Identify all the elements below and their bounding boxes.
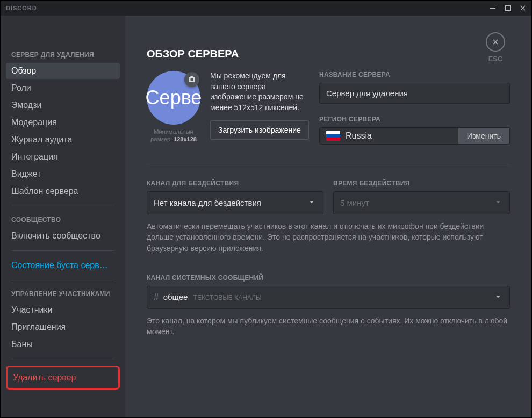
- flag-russia-icon: [326, 131, 340, 141]
- sidebar-item-template[interactable]: Шаблон сервера: [6, 183, 120, 199]
- server-name-label: НАЗВАНИЕ СЕРВЕРА: [319, 71, 510, 78]
- svg-rect-0: [490, 8, 495, 9]
- chevron-down-icon: [493, 292, 503, 303]
- sidebar-separator: [11, 280, 114, 280]
- server-region-label: РЕГИОН СЕРВЕРА: [319, 116, 510, 123]
- sidebar-section-server: СЕРВЕР ДЛЯ УДАЛЕНИЯ: [6, 48, 120, 62]
- highlight-annotation: Удалить сервер: [6, 366, 120, 390]
- app-name: DISCORD: [6, 5, 37, 11]
- sidebar-item-roles[interactable]: Роли: [6, 80, 120, 96]
- server-icon-text: Серве: [146, 87, 202, 109]
- icon-recommend-text: Мы рекомендуем для вашего сервера изобра…: [210, 71, 310, 113]
- hash-icon: #: [154, 292, 159, 302]
- sidebar-item-delete-server[interactable]: Удалить сервер: [8, 370, 118, 386]
- window-close-button[interactable]: [515, 2, 530, 14]
- system-channel-help-text: Это канал, на котором мы публикуем систе…: [147, 315, 510, 337]
- server-icon-uploader[interactable]: Серве: [147, 71, 200, 125]
- close-settings-button[interactable]: ESC: [486, 32, 505, 63]
- afk-timeout-select[interactable]: 5 минут: [333, 191, 510, 214]
- content-area: ОБЗОР СЕРВЕРА Серве Минимальный размер: …: [125, 16, 531, 417]
- sidebar-item-widget[interactable]: Виджет: [6, 166, 120, 182]
- window-maximize-button[interactable]: [500, 2, 515, 14]
- server-name-input[interactable]: [319, 83, 510, 104]
- titlebar: DISCORD: [1, 1, 531, 16]
- afk-channel-select[interactable]: Нет канала для бездействия: [147, 191, 323, 214]
- sidebar-item-boost-status[interactable]: Состояние буста серв…: [6, 257, 120, 273]
- system-channel-label: КАНАЛ СИСТЕМНЫХ СООБЩЕНИЙ: [147, 274, 510, 282]
- afk-channel-label: КАНАЛ ДЛЯ БЕЗДЕЙСТВИЯ: [147, 179, 323, 187]
- sidebar-item-audit-log[interactable]: Журнал аудита: [6, 132, 120, 148]
- sidebar-item-bans[interactable]: Баны: [6, 336, 120, 352]
- close-icon: [486, 32, 505, 52]
- page-title: ОБЗОР СЕРВЕРА: [147, 48, 510, 60]
- sidebar-item-integrations[interactable]: Интеграция: [6, 149, 120, 165]
- sidebar-item-enable-community[interactable]: Включить сообщество: [6, 228, 120, 244]
- chevron-down-icon: [493, 197, 503, 208]
- sidebar-item-overview[interactable]: Обзор: [6, 63, 120, 79]
- sidebar-separator: [11, 250, 114, 251]
- min-size-hint: Минимальный размер: 128x128: [147, 128, 200, 143]
- afk-help-text: Автоматически перемещать участников в эт…: [147, 221, 510, 254]
- sidebar-separator: [11, 359, 114, 359]
- change-region-button[interactable]: Изменить: [458, 128, 509, 144]
- sidebar-separator: [11, 206, 114, 206]
- upload-image-button[interactable]: Загрузить изображение: [210, 120, 309, 140]
- settings-sidebar: СЕРВЕР ДЛЯ УДАЛЕНИЯ Обзор Роли Эмодзи Мо…: [1, 16, 125, 417]
- sidebar-item-emoji[interactable]: Эмодзи: [6, 97, 120, 113]
- svg-rect-1: [506, 6, 511, 11]
- sidebar-section-user-management: УПРАВЛЕНИЕ УЧАСТНИКАМИ: [6, 287, 120, 301]
- window-minimize-button[interactable]: [485, 2, 500, 14]
- server-region-display: Russia: [320, 128, 458, 144]
- divider: [147, 164, 510, 164]
- sidebar-item-invites[interactable]: Приглашения: [6, 319, 120, 335]
- upload-image-icon: [184, 72, 199, 87]
- sidebar-item-moderation[interactable]: Модерация: [6, 114, 120, 131]
- chevron-down-icon: [307, 197, 317, 208]
- afk-timeout-label: ВРЕМЯ БЕЗДЕЙСТВИЯ: [333, 179, 510, 187]
- sidebar-item-members[interactable]: Участники: [6, 302, 120, 318]
- sidebar-section-community: СООБЩЕСТВО: [6, 213, 120, 227]
- system-channel-select[interactable]: # общее ТЕКСТОВЫЕ КАНАЛЫ: [147, 286, 510, 309]
